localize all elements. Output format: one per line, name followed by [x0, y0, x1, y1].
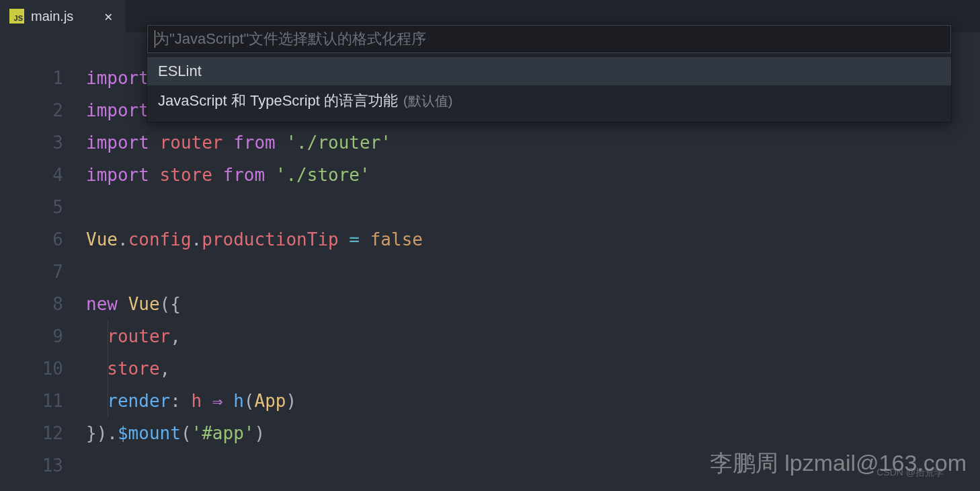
formatter-picker-list: ESLint JavaScript 和 TypeScript 的语言功能 (默认…: [147, 53, 951, 122]
line-number: 2: [0, 94, 63, 126]
line-number: 12: [0, 417, 63, 449]
line-number: 5: [0, 191, 63, 223]
code-line: [86, 256, 980, 288]
line-number: 10: [0, 352, 63, 385]
line-number: 7: [0, 256, 63, 288]
line-gutter: 1 2 3 4 5 6 7 8 9 10 11 12 13: [0, 62, 86, 482]
line-number: 4: [0, 159, 63, 191]
code-line: new Vue({: [86, 288, 980, 320]
code-content[interactable]: import Vue from 'vue' import App from '.…: [86, 62, 980, 482]
formatter-option-typescript[interactable]: JavaScript 和 TypeScript 的语言功能 (默认值): [147, 85, 951, 116]
code-line: import router from './router': [86, 126, 980, 159]
line-number: 13: [0, 449, 63, 482]
close-icon[interactable]: ✕: [99, 5, 118, 27]
line-number: 1: [0, 62, 63, 94]
line-number: 8: [0, 288, 63, 320]
code-line: import store from './store': [86, 159, 980, 191]
line-number: 11: [0, 385, 63, 417]
formatter-picker: 为"JavaScript"文件选择默认的格式化程序 ESLint JavaScr…: [147, 24, 952, 122]
line-number: 6: [0, 223, 63, 256]
javascript-file-icon: JS: [9, 9, 24, 24]
option-hint: (默认值): [403, 92, 452, 110]
formatter-picker-input[interactable]: 为"JavaScript"文件选择默认的格式化程序: [147, 25, 951, 53]
code-line: store,: [86, 352, 980, 385]
code-line: }).$mount('#app'): [86, 417, 980, 449]
code-line: [86, 191, 980, 223]
formatter-option-eslint[interactable]: ESLint: [147, 57, 951, 85]
option-label: JavaScript 和 TypeScript 的语言功能: [158, 91, 398, 111]
code-line: router,: [86, 320, 980, 352]
picker-placeholder: 为"JavaScript"文件选择默认的格式化程序: [155, 29, 426, 49]
code-line: render: h ⇒ h(App): [86, 385, 980, 417]
tab-filename: main.js: [31, 9, 73, 24]
option-label: ESLint: [158, 63, 202, 80]
code-line: Vue.config.productionTip = false: [86, 223, 980, 256]
line-number: 9: [0, 320, 63, 352]
line-number: 3: [0, 126, 63, 159]
editor-tab[interactable]: JS main.js ✕: [0, 0, 126, 32]
code-line: [86, 449, 980, 482]
